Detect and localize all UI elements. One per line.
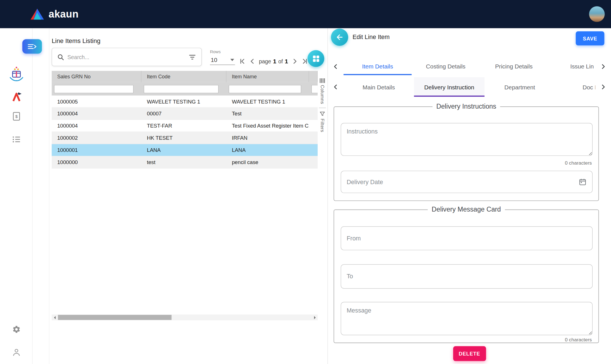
cell-sales-grn-no: 1000004: [52, 123, 141, 129]
pagination: page 1 of 1: [238, 56, 309, 67]
delete-button[interactable]: DELETE: [453, 346, 486, 361]
grid-view-button[interactable]: [307, 50, 324, 67]
column-header-sales-grn-no[interactable]: Sales GRN No: [52, 71, 141, 82]
next-page-button[interactable]: [290, 56, 299, 66]
tabs-scroll-right-button[interactable]: [595, 58, 611, 75]
tab-main-details[interactable]: Main Details: [343, 77, 414, 97]
sidebar: $: [0, 28, 33, 364]
page-indicator: page 1 of 1: [259, 58, 288, 64]
table-row[interactable]: 1000004 TEST-FAR Test Fixed Asset Regist…: [52, 120, 318, 132]
prev-page-button[interactable]: [248, 56, 257, 66]
cell-item-name: IRFAN: [226, 135, 309, 141]
active-module-pill[interactable]: [22, 39, 42, 53]
scrollbar-thumb[interactable]: [58, 315, 172, 320]
primary-tabs: Item Details Costing Details Pricing Det…: [328, 58, 611, 75]
cell-item-code: 00007: [141, 111, 226, 117]
page-current: 1: [273, 58, 276, 64]
filter-input-partial[interactable]: [311, 85, 318, 93]
brand: akaun: [30, 8, 79, 20]
columns-toggle[interactable]: Columns: [320, 85, 325, 104]
tabs-scroll-left-button[interactable]: [328, 58, 343, 75]
calendar-icon[interactable]: [578, 178, 587, 186]
message-textarea[interactable]: [341, 302, 593, 335]
pos-app-icon[interactable]: [0, 66, 33, 83]
filters-funnel-icon: [319, 111, 325, 117]
line-items-table: Sales GRN No Item Code Item Name 1000005…: [52, 71, 318, 169]
column-header-partial: [309, 71, 317, 82]
rows-value: 10: [211, 56, 217, 63]
settings-gear-icon[interactable]: [0, 325, 33, 333]
columns-grip-icon: [320, 78, 325, 83]
table-row[interactable]: 1000000 test pencil case: [52, 156, 318, 168]
filter-input-item-code[interactable]: [144, 85, 218, 93]
filters-toggle[interactable]: Filters: [320, 119, 325, 132]
table-row[interactable]: 1000002 HK TESET IRFAN: [52, 132, 318, 144]
first-page-button[interactable]: [238, 56, 247, 66]
table-body: 1000005 WAVELET TESTING 1 WAVELET TESTIN…: [52, 96, 318, 169]
subtabs-scroll-right-button[interactable]: [595, 77, 611, 97]
delivery-date-field: [341, 171, 593, 193]
save-button[interactable]: SAVE: [576, 31, 604, 46]
tab-delivery-instruction[interactable]: Delivery Instruction: [414, 77, 485, 97]
cell-item-code: HK TESET: [141, 135, 226, 141]
delivery-date-input[interactable]: [347, 178, 578, 186]
from-input[interactable]: [347, 235, 587, 242]
filter-list-icon[interactable]: [188, 53, 196, 61]
cell-sales-grn-no: 1000002: [52, 135, 141, 141]
rows-label: Rows: [210, 49, 236, 54]
table-filter-row: [52, 82, 318, 96]
delivery-instructions-group: Delivery Instructions 0 characters: [334, 103, 599, 201]
tab-item-details[interactable]: Item Details: [343, 58, 412, 75]
editor-title: Edit Line Item: [352, 28, 390, 46]
cell-item-code: TEST-FAR: [141, 123, 226, 129]
search-input[interactable]: [67, 54, 188, 60]
page-total: 1: [285, 58, 288, 64]
tab-costing-details[interactable]: Costing Details: [412, 58, 480, 75]
app-root: akaun $: [0, 0, 611, 364]
topbar: akaun: [0, 0, 611, 28]
strip-divider: [319, 108, 326, 108]
of-word: of: [278, 58, 283, 64]
scroll-right-arrow[interactable]: [312, 315, 318, 320]
scrollbar-track[interactable]: [58, 315, 312, 320]
cell-sales-grn-no: 1000005: [52, 98, 141, 104]
primary-tabs-clip: Item Details Costing Details Pricing Det…: [343, 58, 595, 75]
user-avatar[interactable]: [589, 6, 604, 22]
cell-sales-grn-no: 1000000: [52, 159, 141, 165]
edit-line-item-panel: Edit Line Item SAVE Item Details Costing…: [328, 28, 611, 364]
scroll-left-arrow[interactable]: [52, 315, 58, 320]
page-word: page: [259, 58, 271, 64]
back-button[interactable]: [331, 29, 348, 46]
billing-doc-icon[interactable]: $: [0, 111, 33, 121]
cell-item-name: Test: [226, 111, 309, 117]
cell-sales-grn-no: 1000001: [52, 147, 141, 153]
tab-issue-lines[interactable]: Issue Lin: [548, 58, 595, 75]
tab-doc-lines[interactable]: Doc L: [555, 77, 595, 97]
cell-item-code: test: [141, 159, 226, 165]
instructions-char-counter: 0 characters: [565, 160, 592, 165]
to-input[interactable]: [347, 273, 587, 280]
profile-icon[interactable]: [0, 348, 33, 357]
cell-item-name: pencil case: [226, 159, 309, 165]
rows-per-page-select[interactable]: 10: [210, 55, 235, 65]
column-header-item-code[interactable]: Item Code: [141, 71, 226, 82]
cell-item-code: LANA: [141, 147, 226, 153]
cell-item-name: WAVELET TESTING 1: [226, 98, 309, 104]
table-row[interactable]: 1000005 WAVELET TESTING 1 WAVELET TESTIN…: [52, 96, 318, 108]
tab-department[interactable]: Department: [485, 77, 555, 97]
cell-item-name: Test Fixed Asset Register Item C...: [226, 123, 309, 129]
column-header-item-name[interactable]: Item Name: [226, 71, 309, 82]
table-row[interactable]: 1000004 00007 Test: [52, 108, 318, 120]
menu-list-icon[interactable]: [0, 135, 33, 143]
filter-input-sales-grn-no[interactable]: [54, 85, 134, 93]
instructions-textarea[interactable]: [341, 123, 593, 156]
rows-per-page-control: Rows 10: [210, 49, 236, 65]
back-icon: [335, 33, 344, 41]
table-row[interactable]: 1000001 LANA LANA: [52, 144, 318, 156]
tab-pricing-details[interactable]: Pricing Details: [480, 58, 548, 75]
playlist-icon: [27, 43, 37, 50]
export-red-icon[interactable]: [0, 92, 33, 103]
filter-input-item-name[interactable]: [229, 85, 301, 93]
subtabs-scroll-left-button[interactable]: [328, 77, 343, 97]
cell-item-name: LANA: [226, 147, 309, 153]
